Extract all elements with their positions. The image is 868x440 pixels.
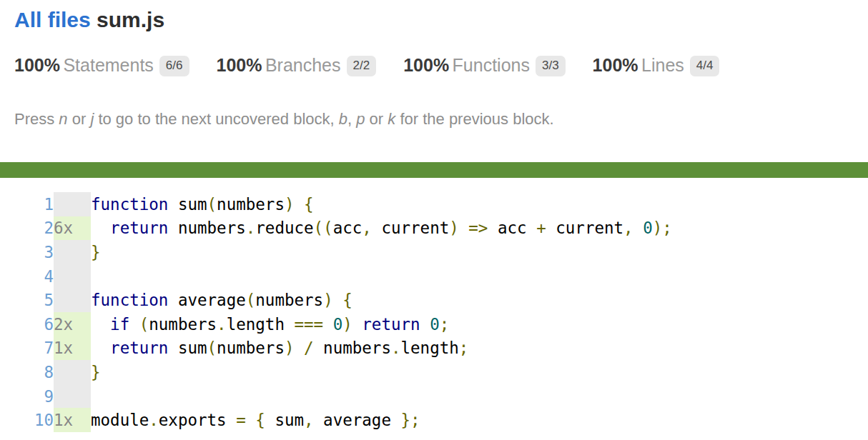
line-number[interactable]: 5 xyxy=(44,291,54,309)
line-number[interactable]: 1 xyxy=(44,195,54,214)
line-hit-count: 1x xyxy=(54,411,73,429)
line-number[interactable]: 7 xyxy=(44,339,54,357)
line-hit-count: 1x xyxy=(54,339,73,357)
code-token-pun: { xyxy=(304,195,314,214)
code-token-pln: exports xyxy=(159,411,227,429)
code-token-pln: average xyxy=(168,291,245,309)
line-number[interactable]: 9 xyxy=(44,387,54,406)
line-number[interactable]: 2 xyxy=(44,219,54,237)
help-text: , xyxy=(347,110,356,128)
code-line-row: 3} xyxy=(0,240,672,264)
code-line xyxy=(91,384,672,409)
metric-group: 100% Branches2/2 xyxy=(217,55,377,76)
code-line-row: 4 xyxy=(0,264,672,289)
code-token-pln: length xyxy=(401,339,459,357)
code-token-pln xyxy=(323,315,333,334)
code-token-pun: ( xyxy=(207,339,217,357)
help-key: p xyxy=(356,110,365,128)
code-token-pun: ) xyxy=(342,315,352,334)
code-token-kwd: if xyxy=(110,315,129,334)
code-token-pln: acc xyxy=(333,219,363,237)
help-text: to go to the next uncovered block, xyxy=(94,110,338,128)
code-token-pln xyxy=(91,315,110,334)
metric-fraction-badge: 3/3 xyxy=(536,56,566,76)
code-token-pun: , xyxy=(362,219,372,237)
code-line: } xyxy=(91,240,672,264)
line-number[interactable]: 6 xyxy=(44,315,54,334)
code-token-pln: numbers xyxy=(149,315,217,334)
line-hit-count-cell xyxy=(54,384,91,409)
line-number-cell: 4 xyxy=(0,264,54,289)
line-number[interactable]: 3 xyxy=(44,243,54,261)
help-key: n xyxy=(59,110,67,128)
line-hit-count-cell xyxy=(54,240,91,264)
line-number-cell: 1 xyxy=(0,192,54,216)
code-token-pun: { xyxy=(342,291,352,309)
code-token-pun: . xyxy=(149,411,159,429)
code-token-pln: numbers xyxy=(217,339,285,357)
line-number-cell: 7 xyxy=(0,336,54,361)
coverage-report-page: All files sum.js 100% Statements6/6100% … xyxy=(0,7,868,432)
line-number-cell: 5 xyxy=(0,288,54,312)
line-hit-count-cell xyxy=(54,288,91,312)
metric-label: Statements xyxy=(63,55,153,75)
metric-fraction-badge: 4/4 xyxy=(690,56,720,76)
metric-percentage: 100% xyxy=(593,55,638,75)
coverage-metrics: 100% Statements6/6100% Branches2/2100% F… xyxy=(14,55,868,76)
code-token-pln: length xyxy=(227,315,285,334)
code-token-pln: current xyxy=(546,219,623,237)
breadcrumb: All files sum.js xyxy=(14,7,868,33)
line-hit-count-cell xyxy=(54,264,91,289)
line-number[interactable]: 8 xyxy=(44,363,54,381)
help-text: or xyxy=(365,110,388,128)
code-token-pun: = xyxy=(236,411,246,429)
line-number-cell: 3 xyxy=(0,240,54,264)
code-token-kwd: return xyxy=(362,315,420,334)
help-text: Press xyxy=(14,110,59,128)
line-hit-count-cell xyxy=(54,360,91,384)
code-token-pln: sum xyxy=(168,195,207,214)
code-token-pln: average xyxy=(314,411,401,429)
help-text: or xyxy=(68,110,91,128)
line-hit-count-cell: 1x xyxy=(54,408,91,432)
code-token-pun: (( xyxy=(314,219,333,237)
metric-label: Lines xyxy=(641,55,684,75)
line-number[interactable]: 10 xyxy=(34,411,54,429)
line-number-cell: 2 xyxy=(0,216,54,241)
breadcrumb-current-file: sum.js xyxy=(97,8,164,31)
metric-percentage: 100% xyxy=(14,55,60,75)
code-line: module.exports = { sum, average }; xyxy=(91,408,672,432)
code-token-kwd: function xyxy=(91,291,168,309)
breadcrumb-all-files-link[interactable]: All files xyxy=(14,8,91,31)
code-token-pun: . xyxy=(246,219,256,237)
code-token-pun: ) xyxy=(285,195,295,214)
code-token-pln xyxy=(459,219,469,237)
line-number-cell: 10 xyxy=(0,408,54,432)
code-line xyxy=(91,264,672,289)
code-token-pln xyxy=(294,195,304,214)
line-hit-count: 2x xyxy=(54,315,73,334)
code-token-lit: 0 xyxy=(643,219,653,237)
code-line-row: 62x if (numbers.length === 0) return 0; xyxy=(0,312,672,336)
code-line-row: 26x return numbers.reduce((acc, current)… xyxy=(0,216,672,241)
code-token-pln xyxy=(333,291,343,309)
line-hit-count-cell: 2x xyxy=(54,312,91,336)
code-line: return sum(numbers) / numbers.length; xyxy=(91,336,672,361)
code-line-row: 8} xyxy=(0,360,672,384)
code-token-pun: } xyxy=(91,363,101,381)
help-key: b xyxy=(339,110,347,128)
line-number-cell: 9 xyxy=(0,384,54,409)
code-token-pun: === xyxy=(294,315,323,334)
code-token-pun: ) xyxy=(323,291,333,309)
metric-fraction-badge: 2/2 xyxy=(347,56,377,76)
code-token-pln xyxy=(633,219,643,237)
metric-label: Branches xyxy=(265,55,341,75)
code-line: if (numbers.length === 0) return 0; xyxy=(91,312,672,336)
metric-percentage: 100% xyxy=(217,55,262,75)
line-number[interactable]: 4 xyxy=(44,267,54,286)
line-number-cell: 6 xyxy=(0,312,54,336)
code-token-pln: reduce xyxy=(255,219,313,237)
code-line-row: 71x return sum(numbers) / numbers.length… xyxy=(0,336,672,361)
code-token-pln xyxy=(91,339,110,357)
metric-fraction-badge: 6/6 xyxy=(159,56,189,76)
